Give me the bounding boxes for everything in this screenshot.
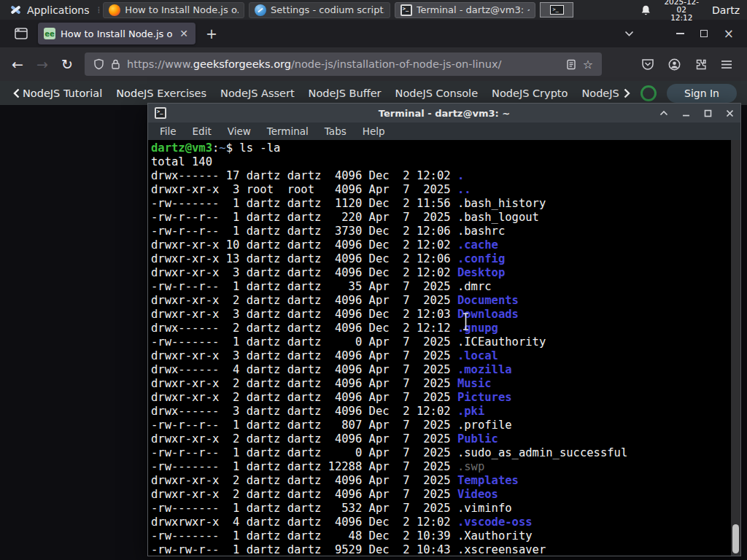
- menu-file[interactable]: File: [152, 124, 184, 139]
- account-icon[interactable]: [668, 58, 681, 71]
- tab-title: How to Install Node.js on: [61, 28, 173, 39]
- terminal-line: drwx------ 4 dartz dartz 4096 Apr 7 2025…: [151, 363, 740, 377]
- terminal-line: drwxr-xr-x 2 dartz dartz 4096 Apr 7 2025…: [151, 377, 740, 391]
- nav-item-tutorial[interactable]: NodeJS Tutorial: [23, 88, 102, 99]
- back-button[interactable]: ←: [6, 52, 29, 76]
- taskbar-button-label: Settings - codium script...: [271, 4, 384, 15]
- panel-clock[interactable]: 2025-12-02 12:12: [659, 0, 703, 22]
- terminal-line: -rw-r--r-- 1 dartz dartz 807 Apr 7 2025 …: [151, 419, 740, 432]
- nav-item-dns[interactable]: NodeJS DNS: [581, 88, 621, 99]
- panel-grip: ⁞: [98, 5, 99, 15]
- file-name: Desktop: [457, 266, 505, 279]
- file-name: Public: [457, 432, 498, 446]
- file-name: .bash_history: [457, 197, 546, 210]
- shield-icon[interactable]: [93, 58, 104, 70]
- workspace-switcher[interactable]: [540, 2, 573, 18]
- terminal-menubar: File Edit View Terminal Tabs Help: [148, 122, 740, 140]
- url-prefix: https://www.: [127, 58, 193, 70]
- url-domain: geeksforgeeks.org: [193, 58, 291, 70]
- file-name: Templates: [457, 474, 519, 487]
- terminal-line: -rw-r--r-- 1 dartz dartz 3730 Dec 2 12:0…: [151, 225, 740, 238]
- nav-item-buffer[interactable]: NodeJS Buffer: [309, 88, 382, 99]
- maximize-button[interactable]: [704, 109, 712, 117]
- file-name: .dmrc: [457, 280, 492, 293]
- terminal-line: -rw-r--r-- 1 dartz dartz 35 Apr 7 2025 .…: [151, 280, 740, 294]
- terminal-window: Terminal - dartz@vm3: ~ File Edit View T…: [147, 103, 741, 556]
- prompt-user: dartz@vm3: [151, 141, 212, 155]
- file-name: .bash_logout: [457, 211, 539, 224]
- terminal-body[interactable]: dartz@vm3:~$ ls -la total 140 drwx------…: [148, 140, 740, 556]
- url-path: /node-js/installation-of-node-js-on-linu…: [291, 58, 501, 70]
- menu-help[interactable]: Help: [355, 124, 392, 139]
- menu-tabs[interactable]: Tabs: [317, 124, 354, 139]
- taskbar-button-label: Terminal - dartz@vm3: ~: [417, 4, 530, 15]
- taskbar-button-terminal[interactable]: Terminal - dartz@vm3: ~: [395, 2, 536, 18]
- nav-scroll-left-icon[interactable]: [10, 88, 23, 98]
- taskbar-button-codium[interactable]: Settings - codium script...: [249, 2, 390, 18]
- url-bar[interactable]: https://www.geeksforgeeks.org/node-js/in…: [85, 52, 602, 76]
- terminal-line: -rw------- 1 dartz dartz 12288 Apr 7 202…: [151, 460, 740, 474]
- geeksforgeeks-nav-bar: NodeJS Tutorial NodeJS Exercises NodeJS …: [0, 81, 747, 105]
- taskbar-button-firefox[interactable]: How to Install Node.js o...: [103, 2, 244, 18]
- applications-menu-button[interactable]: Applications: [6, 3, 93, 18]
- firefox-view-button[interactable]: [10, 23, 32, 44]
- close-button[interactable]: ×: [724, 30, 734, 37]
- tab-close-icon[interactable]: ✕: [178, 28, 190, 39]
- terminal-titlebar-icon: [155, 107, 166, 119]
- file-name: Music: [457, 377, 492, 390]
- nav-item-crypto[interactable]: NodeJS Crypto: [492, 88, 568, 99]
- notification-bell-icon[interactable]: [640, 4, 651, 16]
- menu-hamburger-icon[interactable]: [721, 60, 732, 69]
- terminal-scrollbar-thumb[interactable]: [732, 524, 739, 553]
- applications-label: Applications: [27, 4, 90, 16]
- terminal-line: -rw------- 1 dartz dartz 1120 Dec 2 11:5…: [151, 197, 740, 211]
- lock-icon[interactable]: [111, 58, 120, 70]
- terminal-window-controls: [659, 109, 734, 117]
- geeksforgeeks-logo[interactable]: [640, 85, 657, 101]
- terminal-scrollbar[interactable]: [731, 140, 740, 556]
- file-name: Videos: [457, 488, 498, 501]
- reader-mode-icon[interactable]: [566, 59, 576, 70]
- menu-edit[interactable]: Edit: [185, 124, 219, 139]
- firefox-icon: [109, 4, 120, 16]
- xfce-panel: Applications ⁞ How to Install Node.js o.…: [0, 0, 747, 20]
- new-tab-button[interactable]: +: [201, 23, 222, 44]
- terminal-titlebar[interactable]: Terminal - dartz@vm3: ~: [148, 104, 740, 122]
- menu-view[interactable]: View: [220, 124, 258, 139]
- file-name: ..: [457, 183, 471, 196]
- terminal-line: -rw-r--r-- 1 dartz dartz 220 Apr 7 2025 …: [151, 211, 740, 225]
- list-all-tabs-icon[interactable]: [624, 31, 634, 36]
- minimize-button[interactable]: [676, 33, 684, 34]
- maximize-button[interactable]: [700, 30, 708, 37]
- terminal-line: drwx------ 2 dartz dartz 4096 Dec 2 12:1…: [151, 322, 740, 335]
- pocket-icon[interactable]: [641, 58, 654, 70]
- bookmark-star-icon[interactable]: ☆: [583, 58, 593, 71]
- minimize-button[interactable]: [682, 109, 690, 117]
- terminal-line: drwxr-xr-x 2 dartz dartz 4096 Apr 7 2025…: [151, 474, 740, 488]
- nav-item-console[interactable]: NodeJS Console: [395, 88, 479, 99]
- file-name: .cache: [457, 238, 498, 252]
- toolbar-right-icons: [608, 58, 741, 71]
- file-name: .xscreensaver: [457, 543, 546, 556]
- terminal-line: drwxr-xr-x 3 root root 4096 Apr 7 2025 .…: [151, 183, 740, 197]
- extensions-puzzle-icon[interactable]: [694, 58, 707, 71]
- menu-terminal[interactable]: Terminal: [260, 124, 316, 139]
- nav-item-exercises[interactable]: NodeJS Exercises: [116, 88, 206, 99]
- ibeam-cursor: [461, 312, 471, 331]
- sign-in-button[interactable]: Sign In: [667, 84, 737, 103]
- applications-icon: [9, 4, 22, 15]
- nav-item-assert[interactable]: NodeJS Assert: [220, 88, 295, 99]
- clock-date: 2025-12-02: [659, 0, 703, 14]
- shade-button[interactable]: [659, 110, 668, 116]
- terminal-line: -rw-r--r-- 1 dartz dartz 0 Apr 7 2025 .s…: [151, 446, 740, 460]
- terminal-line: drwxr-xr-x 3 dartz dartz 4096 Apr 7 2025…: [151, 349, 740, 363]
- nav-scroll-right-icon[interactable]: [621, 88, 633, 98]
- close-button[interactable]: [726, 109, 734, 117]
- window-controls: ×: [624, 30, 740, 37]
- browser-tab-active[interactable]: ee How to Install Node.js on ✕: [38, 23, 196, 44]
- nav-items: NodeJS Tutorial NodeJS Exercises NodeJS …: [23, 88, 621, 99]
- forward-button[interactable]: →: [31, 52, 54, 76]
- reload-button[interactable]: ↻: [55, 52, 79, 76]
- workspace-mini-window: [550, 5, 564, 15]
- clock-time: 12:12: [659, 14, 703, 22]
